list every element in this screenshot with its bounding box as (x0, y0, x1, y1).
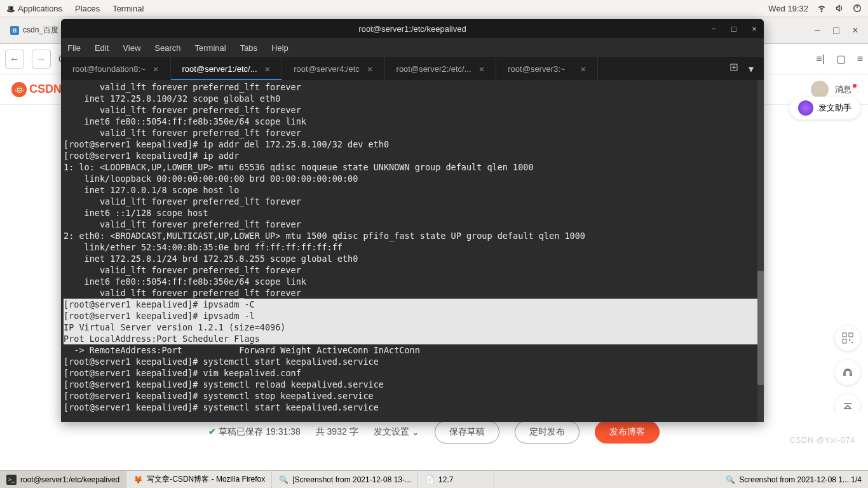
browser-close-icon[interactable]: × (851, 25, 859, 36)
volume-icon[interactable] (835, 4, 844, 13)
watermark-label: CSDN @Yxl-074 (790, 436, 855, 445)
terminal-tab-label: root@server3:~ (508, 64, 565, 74)
sidebar-icon[interactable]: ▢ (836, 53, 846, 65)
terminal-menubar: File Edit View Search Terminal Tabs Help (61, 38, 764, 57)
close-icon[interactable]: × (479, 64, 485, 74)
scrollbar-thumb[interactable] (757, 271, 764, 385)
firefox-icon: 🦊 (133, 475, 143, 485)
menu-help[interactable]: Help (271, 43, 288, 53)
terminal-tab-0[interactable]: root@foundation8:~× (61, 57, 171, 80)
terminal-scrollbar[interactable] (757, 80, 764, 422)
wifi-icon[interactable] (817, 4, 826, 13)
terminal-tab-2[interactable]: root@server4:/etc× (282, 57, 384, 80)
taskbar-item-3[interactable]: 📄 12.7 (418, 471, 494, 488)
menu-terminal[interactable]: Terminal (112, 4, 144, 13)
side-tools (835, 325, 860, 419)
taskbar-item-label: 写文章-CSDN博客 - Mozilla Firefox (147, 474, 265, 485)
desktop-top-panel: Applications Places Terminal Wed 19:32 (0, 0, 868, 17)
terminal-maximize-icon[interactable]: □ (729, 24, 738, 34)
menu-tabs[interactable]: Tabs (240, 43, 257, 53)
qr-icon[interactable] (835, 325, 860, 351)
word-count-label: 共 3932 字 (316, 426, 358, 438)
library-icon[interactable]: ≡| (816, 53, 825, 65)
publish-blog-button[interactable]: 发布博客 (595, 421, 660, 444)
headset-icon[interactable] (835, 360, 860, 385)
terminal-text-highlight: [root@server1 keepalived]# ipvsadm -C [r… (64, 299, 761, 344)
messages-link[interactable]: 消息 (835, 84, 857, 95)
close-icon[interactable]: × (367, 64, 373, 74)
terminal-tabs: root@foundation8:~× root@server1:/etc/..… (61, 57, 764, 80)
close-icon[interactable]: × (153, 64, 159, 74)
terminal-minimize-icon[interactable]: − (709, 24, 718, 34)
schedule-publish-button[interactable]: 定时发布 (515, 421, 580, 444)
new-tab-icon[interactable] (729, 63, 738, 74)
taskbar-item-0[interactable]: >_ root@server1:/etc/keepalived (0, 471, 126, 488)
document-icon: 📄 (424, 475, 435, 485)
assistant-icon (798, 100, 813, 116)
back-button[interactable]: ← (5, 50, 24, 69)
draft-saved-label: 草稿已保存 19:31:38 (219, 426, 300, 437)
tab-dropdown-icon[interactable]: ▾ (749, 63, 754, 75)
forward-button[interactable]: → (32, 50, 51, 69)
browser-tab[interactable]: B csdn_百度 (4, 21, 65, 39)
avatar[interactable] (811, 81, 829, 98)
menu-view[interactable]: View (123, 43, 140, 53)
csdn-brand-label: CSDN (29, 83, 62, 96)
taskbar-right[interactable]: 🔍 Screenshot from 2021-12-08 1... 1/4 (719, 471, 868, 488)
monkey-icon (11, 82, 27, 97)
close-icon[interactable]: × (265, 64, 271, 74)
article-helper-button[interactable]: 发文助手 (789, 97, 860, 119)
power-icon[interactable] (853, 4, 862, 13)
publish-settings-label: 发文设置 (374, 426, 409, 438)
taskbar-right-label: Screenshot from 2021-12-08 1... 1/4 (739, 475, 862, 484)
menu-places[interactable]: Places (75, 4, 100, 13)
browser-tab-label: csdn_百度 (23, 25, 58, 36)
terminal-tab-1[interactable]: root@server1:/etc/...× (171, 57, 283, 80)
terminal-output[interactable]: valid_lft forever preferred_lft forever … (61, 80, 764, 422)
terminal-tab-4[interactable]: root@server3:~× (496, 57, 598, 80)
image-icon: 🔍 (278, 475, 288, 485)
messages-label: 消息 (835, 84, 851, 95)
terminal-tab-3[interactable]: root@server2:/etc/...× (385, 57, 497, 80)
svg-rect-6 (851, 342, 853, 343)
menu-edit[interactable]: Edit (95, 43, 109, 53)
close-icon[interactable]: × (581, 64, 587, 74)
csdn-logo[interactable]: CSDN (11, 82, 62, 97)
terminal-title-label: root@server1:/etc/keepalived (358, 24, 466, 34)
taskbar-item-label: root@server1:/etc/keepalived (20, 475, 119, 484)
chevron-down-icon: ⌄ (412, 427, 419, 437)
terminal-window: root@server1:/etc/keepalived − □ × File … (61, 19, 764, 422)
check-icon: ✔ (208, 426, 216, 437)
svg-rect-5 (849, 339, 850, 341)
browser-maximize-icon[interactable]: □ (832, 25, 840, 36)
publish-settings-dropdown[interactable]: 发文设置⌄ (374, 426, 419, 438)
terminal-tab-label: root@server1:/etc/... (182, 64, 257, 74)
svg-rect-4 (843, 339, 846, 343)
taskbar-item-1[interactable]: 🦊 写文章-CSDN博客 - Mozilla Firefox (126, 471, 272, 488)
image-icon: 🔍 (726, 475, 735, 484)
terminal-tab-label: root@server2:/etc/... (397, 64, 471, 74)
article-helper-label: 发文助手 (818, 102, 851, 114)
favicon-icon: B (10, 26, 19, 35)
terminal-titlebar: root@server1:/etc/keepalived − □ × (61, 19, 764, 38)
menu-terminal-app[interactable]: Terminal (195, 43, 226, 53)
clock-label[interactable]: Wed 19:32 (768, 4, 808, 13)
terminal-tab-label: root@foundation8:~ (72, 64, 146, 74)
hamburger-icon[interactable]: ≡ (857, 53, 863, 65)
browser-minimize-icon[interactable]: − (813, 25, 821, 36)
taskbar-item-label: [Screenshot from 2021-12-08 13-... (292, 475, 411, 484)
menu-file[interactable]: File (67, 43, 81, 53)
menu-applications[interactable]: Applications (6, 4, 62, 13)
menu-search[interactable]: Search (154, 43, 180, 53)
taskbar: >_ root@server1:/etc/keepalived 🦊 写文章-CS… (0, 470, 868, 488)
terminal-text-bottom: -> RemoteAddress:Port Forward Weight Act… (64, 345, 420, 412)
terminal-icon: >_ (6, 475, 17, 485)
svg-rect-2 (843, 333, 846, 337)
taskbar-item-label: 12.7 (438, 475, 453, 484)
notification-dot-icon (853, 84, 857, 88)
svg-rect-3 (849, 333, 853, 337)
taskbar-item-2[interactable]: 🔍 [Screenshot from 2021-12-08 13-... (272, 471, 418, 488)
terminal-text-top: valid_lft forever preferred_lft forever … (64, 82, 585, 298)
terminal-close-icon[interactable]: × (750, 24, 759, 34)
save-draft-button[interactable]: 保存草稿 (435, 421, 499, 444)
